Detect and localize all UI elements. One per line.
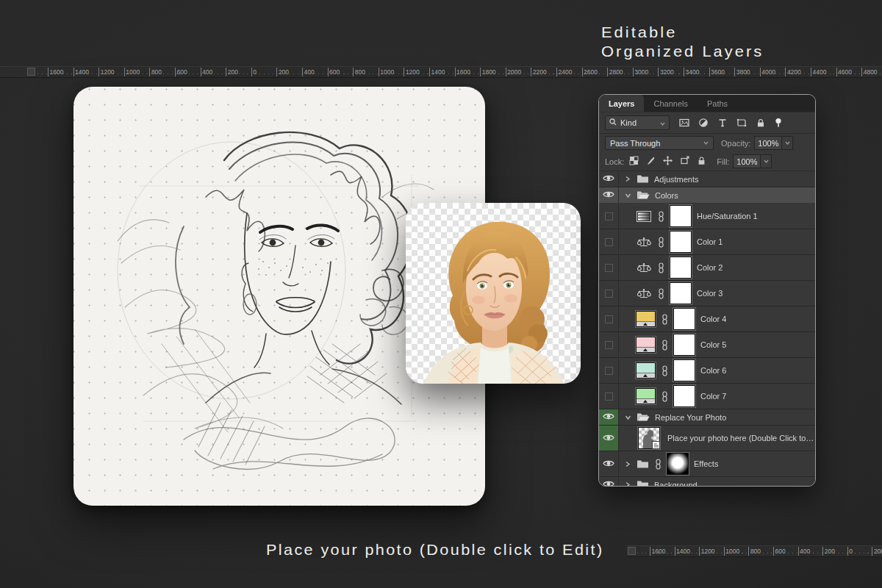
color-balance-icon: [636, 237, 652, 248]
layer-row[interactable]: Background: [599, 477, 815, 487]
ruler-tick-label: 800: [355, 68, 365, 76]
layer-mask-thumbnail[interactable]: [673, 385, 695, 407]
layer-row[interactable]: Effects: [599, 451, 815, 477]
visibility-toggle[interactable]: [599, 281, 619, 306]
visibility-toggle[interactable]: [599, 332, 619, 357]
visibility-checkbox[interactable]: [605, 212, 613, 220]
layer-mask-thumbnail[interactable]: [670, 205, 692, 227]
filter-kind-dropdown[interactable]: Kind: [605, 115, 670, 130]
filter-toggle-icon[interactable]: [775, 118, 782, 128]
chevron-down-icon[interactable]: [624, 193, 631, 198]
layer-row-content: Effects: [619, 451, 815, 476]
lock-transparency-icon[interactable]: [629, 156, 639, 167]
visibility-toggle[interactable]: [599, 426, 619, 451]
layer-mask-thumbnail[interactable]: [670, 282, 692, 304]
chevron-right-icon[interactable]: [624, 461, 631, 467]
visibility-toggle[interactable]: [599, 384, 619, 409]
visibility-checkbox[interactable]: [605, 367, 613, 375]
ruler-major-tick: [748, 547, 749, 556]
lock-move-icon[interactable]: [663, 156, 673, 167]
fill-color-swatch-thumbnail[interactable]: [636, 311, 656, 327]
opacity-stepper[interactable]: [782, 136, 793, 150]
layer-row[interactable]: Color 2: [599, 255, 815, 281]
fill-value[interactable]: 100%: [733, 154, 761, 168]
layer-mask-thumbnail[interactable]: [673, 359, 695, 381]
smart-object-thumbnail[interactable]: [638, 427, 660, 449]
layers-panel: Layers Channels Paths Kind Pass Through …: [598, 94, 816, 487]
visibility-toggle[interactable]: [599, 187, 619, 203]
ruler-major-tick: [506, 68, 506, 76]
layer-row-content: Color 6: [619, 358, 815, 383]
visibility-toggle[interactable]: [599, 229, 619, 254]
layer-row[interactable]: Color 1: [599, 229, 815, 255]
lock-all-icon[interactable]: [697, 156, 706, 167]
visibility-checkbox[interactable]: [605, 264, 613, 272]
ruler-major-tick: [798, 547, 799, 556]
photo-preview-card[interactable]: [406, 203, 581, 384]
visibility-toggle[interactable]: [599, 409, 619, 425]
visibility-toggle[interactable]: [599, 358, 619, 383]
layer-name: Color 5: [700, 340, 726, 349]
layer-row[interactable]: Replace Your Photo: [599, 409, 815, 426]
visibility-toggle[interactable]: [599, 477, 619, 487]
layer-name: Replace Your Photo: [655, 413, 726, 422]
chevron-down-icon: [660, 118, 665, 127]
tab-channels[interactable]: Channels: [644, 95, 697, 112]
layer-row[interactable]: Color 4: [599, 306, 815, 332]
horizontal-ruler-top[interactable]: 1600140012001000800600400200020040060080…: [0, 66, 882, 78]
layer-row[interactable]: Place your photo here (Double Click to E…: [599, 426, 815, 451]
shape-filter-icon[interactable]: [736, 118, 747, 128]
layer-mask-thumbnail[interactable]: [667, 453, 689, 475]
layer-row[interactable]: Colors: [599, 187, 815, 204]
layer-mask-thumbnail[interactable]: [673, 308, 695, 330]
layer-row[interactable]: Color 6: [599, 358, 815, 384]
adjustment-filter-icon[interactable]: [698, 118, 709, 128]
visibility-toggle[interactable]: [599, 171, 619, 187]
layer-row[interactable]: Adjustments: [599, 171, 815, 187]
layer-row[interactable]: Hue/Saturation 1: [599, 204, 815, 229]
ruler-tick-label: 4000: [761, 68, 775, 76]
ruler-tick-label: 2200: [533, 68, 547, 76]
layer-mask-thumbnail[interactable]: [670, 231, 692, 253]
layer-row[interactable]: Color 5: [599, 332, 815, 358]
chevron-right-icon[interactable]: [624, 176, 631, 182]
visibility-checkbox[interactable]: [605, 238, 613, 246]
tab-paths[interactable]: Paths: [698, 95, 737, 112]
lock-brush-icon[interactable]: [646, 156, 656, 167]
visibility-checkbox[interactable]: [605, 290, 613, 298]
fill-label: Fill:: [717, 157, 729, 166]
layer-mask-thumbnail[interactable]: [670, 257, 692, 279]
layer-row[interactable]: Color 7: [599, 384, 815, 409]
visibility-toggle[interactable]: [599, 204, 619, 229]
visibility-toggle[interactable]: [599, 451, 619, 476]
opacity-value[interactable]: 100%: [754, 136, 782, 150]
tab-layers[interactable]: Layers: [599, 95, 644, 112]
visibility-toggle[interactable]: [599, 306, 619, 331]
visibility-checkbox[interactable]: [605, 341, 613, 349]
layer-mask-thumbnail[interactable]: [673, 334, 695, 356]
type-filter-icon[interactable]: [717, 118, 728, 128]
layer-row[interactable]: Color 3: [599, 281, 815, 306]
fill-color-swatch-thumbnail[interactable]: [636, 337, 656, 353]
layer-name: Color 6: [700, 366, 726, 375]
ruler-major-tick: [226, 68, 226, 76]
chevron-down-icon: [764, 159, 769, 163]
ruler-tick-label: 3400: [686, 68, 700, 76]
ruler-tick-label: 1600: [652, 548, 666, 555]
pixel-filter-icon[interactable]: [679, 118, 689, 128]
smart-object-filter-icon[interactable]: [756, 118, 766, 128]
fill-stepper[interactable]: [761, 154, 772, 168]
chevron-down-icon[interactable]: [624, 415, 631, 420]
blend-mode-value: Pass Through: [610, 139, 660, 148]
swatch-slider: [637, 321, 655, 326]
fill-color-swatch-thumbnail[interactable]: [636, 362, 656, 379]
fill-color-swatch-thumbnail[interactable]: [636, 388, 656, 404]
lock-artboard-icon[interactable]: [680, 156, 689, 167]
visibility-toggle[interactable]: [599, 255, 619, 280]
ruler-tick-label: 800: [750, 548, 761, 555]
blend-mode-dropdown[interactable]: Pass Through: [605, 136, 714, 150]
visibility-checkbox[interactable]: [605, 315, 613, 323]
chevron-right-icon[interactable]: [624, 481, 631, 487]
visibility-checkbox[interactable]: [605, 392, 613, 401]
horizontal-ruler-bottom[interactable]: 16001400120010008006004002000200: [626, 545, 882, 557]
